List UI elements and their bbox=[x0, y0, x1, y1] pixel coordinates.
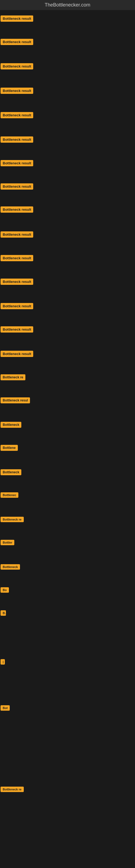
bottleneck-badge-1: Bottleneck result bbox=[1, 16, 33, 22]
bottleneck-badge-8: Bottleneck result bbox=[1, 183, 33, 190]
bottleneck-row-25: Bo bbox=[1, 587, 9, 594]
bottleneck-badge-23: Bottler bbox=[1, 540, 14, 545]
bottleneck-row-8: Bottleneck result bbox=[1, 183, 33, 191]
bottleneck-row-19: Bottlene bbox=[1, 445, 18, 452]
bottleneck-row-16: Bottleneck re bbox=[1, 374, 26, 381]
bottleneck-row-11: Bottleneck result bbox=[1, 255, 33, 262]
bottleneck-badge-19: Bottlene bbox=[1, 445, 18, 451]
site-title: TheBottlenecker.com bbox=[0, 0, 135, 10]
bottleneck-row-24: Bottleneck bbox=[1, 564, 20, 571]
bottleneck-row-5: Bottleneck result bbox=[1, 112, 33, 119]
bottleneck-badge-18: Bottleneck bbox=[1, 422, 21, 428]
bottleneck-row-21: Bottlenec bbox=[1, 492, 18, 499]
bottleneck-badge-17: Bottleneck resul bbox=[1, 397, 30, 403]
bottleneck-row-26: B bbox=[1, 610, 6, 617]
bottleneck-badge-4: Bottleneck result bbox=[1, 88, 33, 94]
bottleneck-row-20: Bottleneck bbox=[1, 469, 21, 476]
bottleneck-row-15: Bottleneck result bbox=[1, 351, 33, 358]
bottleneck-badge-12: Bottleneck result bbox=[1, 279, 33, 285]
bottleneck-row-22: Bottleneck re bbox=[1, 517, 24, 523]
bottleneck-badge-15: Bottleneck result bbox=[1, 351, 33, 357]
bottleneck-row-23: Bottler bbox=[1, 540, 14, 546]
bottleneck-row-27: | bbox=[1, 659, 5, 665]
bottleneck-badge-21: Bottlenec bbox=[1, 492, 18, 498]
bottleneck-badge-28: Bot bbox=[1, 705, 10, 711]
bottleneck-badge-9: Bottleneck result bbox=[1, 207, 33, 213]
bottleneck-badge-24: Bottleneck bbox=[1, 564, 20, 569]
bottleneck-badge-10: Bottleneck result bbox=[1, 231, 33, 238]
bottleneck-badge-7: Bottleneck result bbox=[1, 160, 33, 166]
bottleneck-badge-20: Bottleneck bbox=[1, 469, 21, 475]
bottleneck-row-4: Bottleneck result bbox=[1, 88, 33, 95]
bottleneck-badge-27: | bbox=[1, 659, 5, 664]
bottleneck-row-14: Bottleneck result bbox=[1, 326, 33, 334]
bottleneck-row-12: Bottleneck result bbox=[1, 279, 33, 286]
bottleneck-row-6: Bottleneck result bbox=[1, 136, 33, 144]
bottleneck-row-9: Bottleneck result bbox=[1, 207, 33, 214]
bottleneck-badge-6: Bottleneck result bbox=[1, 136, 33, 143]
bottleneck-badge-13: Bottleneck result bbox=[1, 303, 33, 309]
bottleneck-badge-2: Bottleneck result bbox=[1, 39, 33, 45]
bottleneck-row-7: Bottleneck result bbox=[1, 160, 33, 167]
bottleneck-row-10: Bottleneck result bbox=[1, 231, 33, 239]
bottleneck-row-17: Bottleneck resul bbox=[1, 397, 30, 404]
bottleneck-badge-22: Bottleneck re bbox=[1, 517, 24, 522]
bottleneck-row-29: Bottleneck re bbox=[1, 786, 24, 793]
bottleneck-badge-5: Bottleneck result bbox=[1, 112, 33, 118]
bottleneck-row-2: Bottleneck result bbox=[1, 39, 33, 46]
bottleneck-badge-26: B bbox=[1, 610, 6, 616]
bottleneck-row-28: Bot bbox=[1, 705, 10, 712]
bottleneck-row-13: Bottleneck result bbox=[1, 303, 33, 310]
bottleneck-badge-16: Bottleneck re bbox=[1, 374, 26, 380]
bottleneck-badge-25: Bo bbox=[1, 587, 9, 593]
bottleneck-row-1: Bottleneck result bbox=[1, 16, 33, 23]
bottleneck-row-3: Bottleneck result bbox=[1, 63, 33, 70]
bottleneck-badge-3: Bottleneck result bbox=[1, 63, 33, 69]
bottleneck-badge-29: Bottleneck re bbox=[1, 786, 24, 792]
bottleneck-badge-14: Bottleneck result bbox=[1, 326, 33, 333]
bottleneck-badge-11: Bottleneck result bbox=[1, 255, 33, 261]
bottleneck-row-18: Bottleneck bbox=[1, 422, 21, 429]
